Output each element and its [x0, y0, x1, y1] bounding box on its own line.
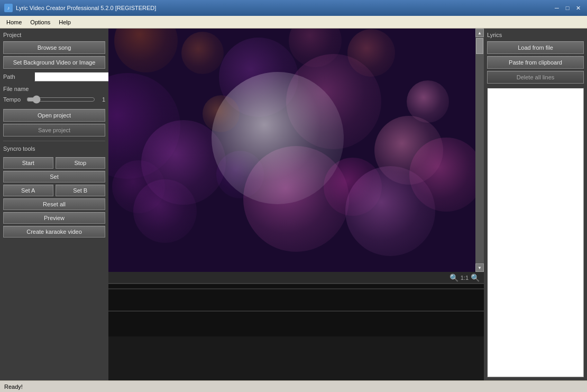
- lyrics-text-area[interactable]: [487, 88, 584, 377]
- save-project-button[interactable]: Save project: [3, 124, 105, 136]
- project-section-label: Project: [3, 32, 105, 38]
- tempo-label: Tempo: [3, 96, 24, 103]
- set-button[interactable]: Set: [3, 171, 105, 183]
- status-bar: Ready!: [0, 380, 587, 392]
- syncro-grid: Start Stop Set Set A Set B Reset all Pre…: [3, 157, 105, 238]
- browse-song-button[interactable]: Browse song: [3, 41, 105, 54]
- zoom-level: 1:1: [461, 275, 469, 281]
- lyrics-section-label: Lyrics: [487, 32, 584, 38]
- scroll-thumb[interactable]: [476, 38, 483, 54]
- video-preview: [108, 29, 484, 272]
- timeline-area[interactable]: [108, 284, 484, 336]
- close-button[interactable]: ✕: [573, 3, 583, 13]
- path-input[interactable]: [34, 72, 111, 81]
- app-title: Lyric Video Creator Professional 5.2.0 […: [16, 5, 156, 11]
- reset-all-button[interactable]: Reset all: [3, 198, 105, 210]
- zoom-in-icon[interactable]: 🔍: [471, 274, 480, 282]
- title-bar: ♪ Lyric Video Creator Professional 5.2.0…: [0, 0, 587, 16]
- stop-button[interactable]: Stop: [56, 157, 106, 169]
- minimize-button[interactable]: ─: [552, 3, 562, 13]
- create-karaoke-button[interactable]: Create karaoke video: [3, 226, 105, 238]
- syncro-section-label: Syncro tools: [3, 145, 105, 152]
- left-panel: Project Browse song Set Background Video…: [0, 29, 108, 380]
- menu-bar: Home Options Help: [0, 16, 587, 29]
- path-label: Path: [3, 74, 32, 80]
- center-area: ▲ ▼ 🔍 1:1 🔍: [108, 29, 484, 380]
- path-row: Path: [3, 72, 105, 81]
- app-icon: ♪: [4, 4, 13, 12]
- scroll-up-arrow[interactable]: ▲: [475, 29, 484, 37]
- video-container: ▲ ▼: [108, 29, 484, 272]
- status-text: Ready!: [4, 384, 23, 390]
- video-scrollbar[interactable]: ▲ ▼: [475, 29, 484, 272]
- zoom-out-icon[interactable]: 🔍: [450, 274, 458, 282]
- tempo-value: 1: [97, 96, 105, 103]
- set-background-button[interactable]: Set Background Video or Image: [3, 56, 105, 69]
- main-layout: Project Browse song Set Background Video…: [0, 29, 587, 380]
- zoom-bar: 🔍 1:1 🔍: [108, 272, 484, 284]
- divider-1: [3, 141, 105, 141]
- set-a-button[interactable]: Set A: [3, 185, 53, 196]
- tempo-row: Tempo 1: [3, 95, 105, 104]
- maximize-button[interactable]: □: [563, 3, 572, 13]
- filename-row: File name: [3, 86, 105, 92]
- paste-clipboard-button[interactable]: Paste from clipboard: [487, 56, 584, 69]
- start-button[interactable]: Start: [3, 157, 53, 169]
- right-panel: Lyrics Load from file Paste from clipboa…: [484, 29, 587, 380]
- menu-options[interactable]: Options: [26, 18, 54, 26]
- load-from-file-button[interactable]: Load from file: [487, 41, 584, 54]
- set-b-button[interactable]: Set B: [56, 185, 106, 196]
- scroll-down-arrow[interactable]: ▼: [475, 263, 484, 272]
- menu-home[interactable]: Home: [2, 18, 26, 26]
- delete-all-lines-button[interactable]: Delete all lines: [487, 71, 584, 84]
- tempo-slider[interactable]: [26, 95, 95, 104]
- window-controls: ─ □ ✕: [552, 3, 583, 13]
- filename-label: File name: [3, 86, 32, 92]
- open-project-button[interactable]: Open project: [3, 109, 105, 122]
- menu-help[interactable]: Help: [54, 18, 75, 26]
- preview-button[interactable]: Preview: [3, 212, 105, 224]
